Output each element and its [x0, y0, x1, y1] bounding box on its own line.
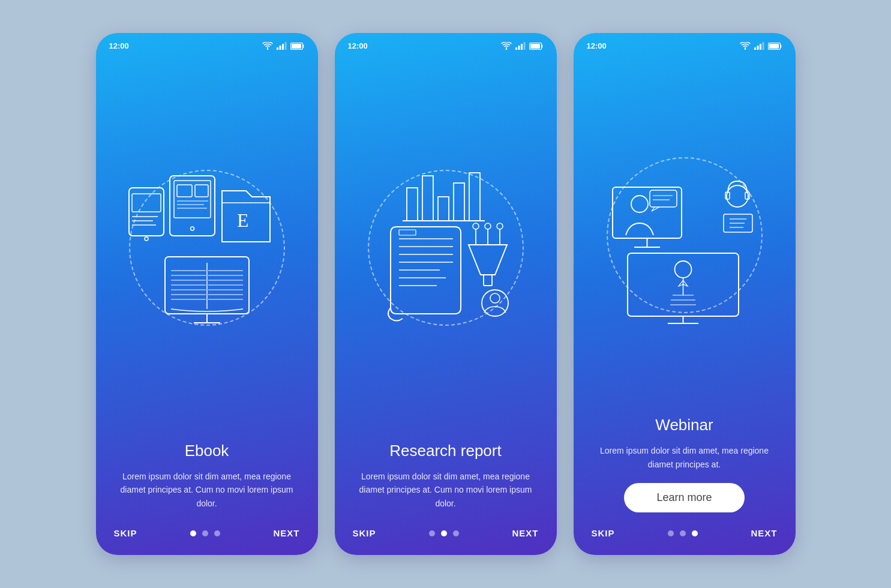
screen-ebook: 12:00 [96, 33, 318, 555]
next-button-3[interactable]: NEXT [751, 528, 777, 538]
wifi-icon [740, 42, 751, 50]
dots-1 [190, 530, 220, 536]
svg-rect-70 [760, 44, 761, 50]
time-1: 12:00 [109, 41, 129, 50]
bottom-nav-1: SKIP NEXT [96, 528, 318, 555]
bottom-nav-2: SKIP NEXT [335, 528, 557, 555]
dots-3 [668, 530, 698, 536]
svg-rect-69 [757, 46, 758, 50]
skip-button-1[interactable]: SKIP [114, 528, 137, 538]
dot-1-1 [190, 530, 196, 536]
screen-title-3: Webinar [593, 416, 776, 434]
content-area-1: Ebook Lorem ipsum dolor sit dim amet, me… [96, 442, 318, 528]
status-bar-2: 12:00 [335, 33, 557, 54]
status-icons-2 [501, 42, 544, 50]
svg-rect-68 [754, 47, 756, 50]
dashed-circle-1 [129, 170, 285, 326]
screen-title-2: Research report [354, 442, 538, 460]
wifi-icon [501, 42, 512, 50]
screen-description-3: Lorem ipsum dolor sit dim amet, mea regi… [593, 444, 776, 471]
svg-rect-40 [518, 46, 520, 50]
svg-rect-41 [521, 44, 523, 50]
dashed-circle-3 [607, 157, 763, 313]
svg-rect-42 [523, 42, 525, 50]
battery-icon [768, 43, 782, 50]
screens-container: 12:00 [96, 33, 796, 555]
dot-3-3 [692, 530, 698, 536]
illustration-area-1: E [96, 54, 318, 442]
screen-webinar: 12:00 [574, 33, 796, 555]
next-button-1[interactable]: NEXT [273, 528, 299, 538]
screen-description-1: Lorem ipsum dolor sit dim amet, mea regi… [115, 470, 299, 510]
time-2: 12:00 [348, 41, 368, 50]
time-3: 12:00 [587, 41, 607, 50]
dot-2-2 [441, 530, 447, 536]
illustration-area-3 [574, 54, 796, 416]
dashed-circle-2 [368, 170, 524, 326]
battery-icon [529, 43, 544, 50]
svg-rect-73 [769, 44, 779, 49]
status-bar-3: 12:00 [574, 33, 796, 54]
status-icons-1 [262, 42, 305, 50]
dots-2 [429, 530, 459, 536]
next-button-2[interactable]: NEXT [512, 528, 538, 538]
dot-1-2 [202, 530, 208, 536]
svg-rect-44 [530, 44, 540, 49]
svg-rect-3 [284, 42, 286, 50]
wifi-icon [262, 42, 273, 50]
svg-rect-2 [282, 44, 284, 50]
dot-1-3 [214, 530, 220, 536]
screen-title-1: Ebook [115, 442, 299, 460]
illustration-area-2 [335, 54, 557, 442]
dot-2-3 [453, 530, 459, 536]
content-area-3: Webinar Lorem ipsum dolor sit dim amet, … [574, 416, 796, 528]
svg-rect-1 [279, 46, 281, 50]
screen-description-2: Lorem ipsum dolor sit dim amet, mea regi… [354, 470, 538, 510]
signal-icon [515, 42, 526, 50]
dot-3-1 [668, 530, 674, 536]
content-area-2: Research report Lorem ipsum dolor sit di… [335, 442, 557, 528]
battery-icon [290, 43, 305, 50]
signal-icon [754, 42, 764, 50]
svg-rect-0 [277, 47, 278, 50]
dot-3-2 [680, 530, 686, 536]
svg-rect-39 [515, 47, 517, 50]
skip-button-2[interactable]: SKIP [353, 528, 376, 538]
skip-button-3[interactable]: SKIP [592, 528, 615, 538]
signal-icon [277, 42, 287, 50]
svg-rect-71 [762, 42, 764, 50]
dot-2-1 [429, 530, 435, 536]
bottom-nav-3: SKIP NEXT [574, 528, 796, 555]
svg-rect-5 [292, 44, 301, 49]
screen-research: 12:00 [335, 33, 557, 555]
learn-more-button[interactable]: Learn more [624, 483, 744, 512]
status-icons-3 [740, 42, 782, 50]
status-bar-1: 12:00 [96, 33, 318, 54]
